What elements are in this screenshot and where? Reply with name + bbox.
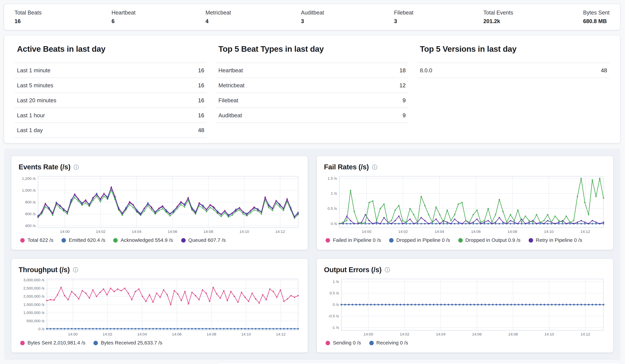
beats-tables-panel: Active Beats in last day Last 1 minute 1… (4, 35, 620, 143)
events-rate-chart-card: Events Rate (/s) ⓘ 1,200 /s1,000 /s800 /… (11, 156, 308, 250)
table-row: Last 1 minute 16 (14, 63, 207, 78)
row-value: 16 (198, 82, 204, 88)
legend-item[interactable]: Bytes Sent 2,010,981.4 /s (20, 340, 86, 346)
row-label: Last 1 hour (17, 112, 45, 118)
table-title: Active Beats in last day (17, 44, 207, 54)
table-row: 8.0.0 48 (417, 63, 610, 78)
table-row: Filebeat 9 (216, 93, 408, 108)
summary-stats-panel: Total Beats 16 Heartbeat 6 Metricbeat 4 … (4, 4, 620, 30)
row-value: 16 (198, 67, 204, 73)
legend-label: Failed in Pipeline 0 /s (333, 237, 381, 243)
svg-text:3,000,000 /s: 3,000,000 /s (23, 278, 44, 282)
legend-label: Bytes Received 25,633.7 /s (101, 340, 162, 346)
legend-dot (20, 341, 25, 345)
svg-text:1,200 /s: 1,200 /s (22, 176, 35, 181)
table-row: Last 1 day 48 (14, 123, 207, 138)
charts-panel: Events Rate (/s) ⓘ 1,200 /s1,000 /s800 /… (4, 149, 621, 360)
legend-item[interactable]: Failed in Pipeline 0 /s (326, 237, 381, 243)
stat-value: 4 (206, 17, 231, 25)
row-label: Heartbeat (218, 67, 243, 73)
row-label: Metricbeat (218, 82, 245, 88)
legend-label: Retry in Pipeline 0 /s (536, 237, 582, 243)
stat-label: Metricbeat (206, 9, 231, 17)
legend-dot (529, 238, 533, 242)
svg-text:14:10: 14:10 (544, 332, 554, 336)
svg-text:14:08: 14:08 (204, 229, 213, 234)
legend-item[interactable]: Queued 607.7 /s (181, 237, 226, 243)
svg-text:14:08: 14:08 (507, 229, 517, 234)
svg-text:14:06: 14:06 (172, 332, 182, 336)
stat-metricbeat: Metricbeat 4 (206, 9, 231, 25)
table-row: Heartbeat 18 (216, 63, 408, 78)
legend-item[interactable]: Retry in Pipeline 0 /s (529, 237, 582, 243)
svg-text:14:06: 14:06 (472, 332, 482, 336)
svg-text:1,000,000 /s: 1,000,000 /s (23, 310, 44, 315)
legend-item[interactable]: Receiving 0 /s (369, 340, 408, 346)
fail-rates-chart-card: Fail Rates (/s) ⓘ 1.5 /s1 /s0.5 /s0 /s14… (317, 156, 613, 250)
legend-dot (389, 238, 393, 242)
chart-canvas[interactable]: 3,000,000 /s2,500,000 /s2,000,000 /s1,50… (19, 276, 300, 337)
svg-text:14:00: 14:00 (362, 229, 372, 234)
svg-text:14:06: 14:06 (471, 229, 481, 234)
legend-label: Dropped in Output 0.9 /s (465, 237, 521, 243)
legend-label: Bytes Sent 2,010,981.4 /s (28, 340, 85, 346)
info-icon[interactable]: ⓘ (372, 164, 377, 170)
svg-text:14:02: 14:02 (103, 332, 112, 336)
chart-canvas[interactable]: 1 /s0.5 /s0 /s-0.5 /s-1 /s14:0014:0214:0… (324, 276, 606, 337)
svg-text:14:10: 14:10 (241, 332, 251, 336)
svg-text:-0.5 /s: -0.5 /s (328, 314, 339, 318)
chart-canvas[interactable]: 1,200 /s1,000 /s800 /s600 /s400 /s14:001… (19, 174, 300, 235)
svg-text:800 /s: 800 /s (25, 200, 35, 204)
legend-item[interactable]: Total 622 /s (20, 237, 53, 243)
row-value: 16 (198, 112, 204, 118)
svg-text:14:04: 14:04 (137, 332, 147, 336)
info-icon[interactable]: ⓘ (385, 267, 390, 272)
svg-text:14:08: 14:08 (207, 332, 216, 336)
row-label: Last 20 minutes (17, 97, 57, 103)
legend-item[interactable]: Dropped in Pipeline 0 /s (389, 237, 450, 243)
svg-text:0 /s: 0 /s (331, 221, 337, 226)
active-beats-table: Active Beats in last day Last 1 minute 1… (14, 43, 207, 138)
stat-label: Total Beats (14, 9, 41, 17)
legend-item[interactable]: Dropped in Output 0.9 /s (458, 237, 521, 243)
info-icon[interactable]: ⓘ (74, 164, 79, 170)
chart-legend: Failed in Pipeline 0 /s Dropped in Pipel… (324, 237, 606, 243)
row-value: 16 (198, 97, 204, 103)
chart-legend: Total 622 /s Emitted 620.4 /s Acknowledg… (19, 237, 300, 243)
svg-text:14:06: 14:06 (168, 229, 177, 234)
legend-label: Acknowledged 554.9 /s (121, 237, 173, 243)
svg-text:1.5 /s: 1.5 /s (328, 176, 337, 181)
chart-canvas[interactable]: 1.5 /s1 /s0.5 /s0 /s14:0014:0214:0414:06… (324, 174, 606, 235)
svg-text:0 /s: 0 /s (38, 327, 44, 331)
row-value: 9 (403, 97, 406, 103)
svg-text:500,000 /s: 500,000 /s (27, 319, 44, 323)
svg-text:14:04: 14:04 (435, 229, 444, 234)
svg-text:0.5 /s: 0.5 /s (328, 206, 337, 211)
stat-value: 3 (394, 17, 413, 25)
svg-text:14:02: 14:02 (398, 229, 408, 234)
legend-label: Queued 607.7 /s (188, 237, 226, 243)
stat-value: 201.2k (483, 17, 513, 25)
svg-text:1,500,000 /s: 1,500,000 /s (23, 302, 44, 307)
stat-label: Auditbeat (301, 9, 324, 17)
svg-text:14:00: 14:00 (364, 332, 373, 336)
stat-label: Total Events (483, 9, 513, 17)
row-value: 48 (601, 67, 607, 73)
chart-title: Events Rate (/s) (19, 163, 70, 171)
row-label: Last 1 day (17, 127, 43, 133)
stat-bytes-sent: Bytes Sent 680.8 MB (583, 9, 610, 25)
table-row: Last 20 minutes 16 (14, 93, 207, 108)
legend-dot (326, 341, 330, 345)
stat-total-beats: Total Beats 16 (14, 9, 41, 25)
legend-item[interactable]: Acknowledged 554.9 /s (113, 237, 173, 243)
legend-item[interactable]: Bytes Received 25,633.7 /s (94, 340, 162, 346)
svg-text:-1 /s: -1 /s (331, 325, 339, 330)
svg-text:2,500,000 /s: 2,500,000 /s (23, 286, 44, 290)
stat-total-events: Total Events 201.2k (483, 9, 513, 25)
legend-dot (326, 238, 330, 242)
legend-item[interactable]: Emitted 620.4 /s (61, 237, 105, 243)
legend-item[interactable]: Sending 0 /s (326, 340, 361, 346)
row-label: 8.0.0 (420, 67, 432, 73)
legend-dot (61, 238, 66, 242)
info-icon[interactable]: ⓘ (73, 267, 78, 272)
